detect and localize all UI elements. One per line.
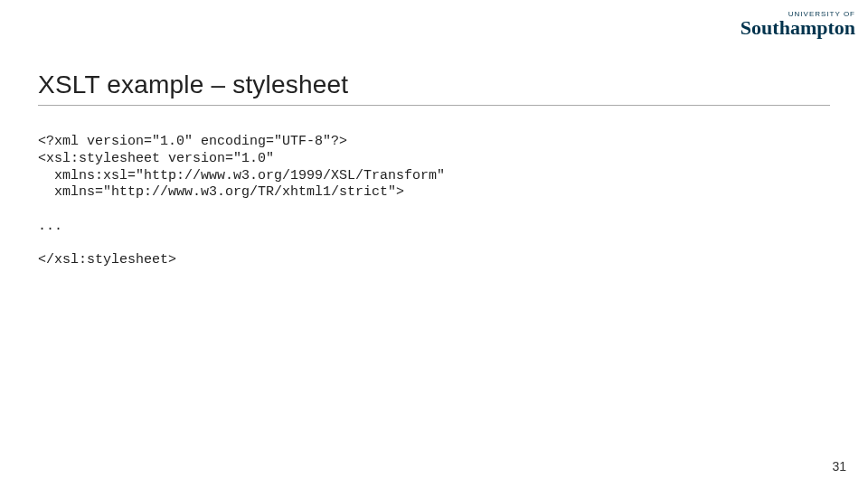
code-line-1: <?xml version="1.0" encoding="UTF-8"?> [38, 134, 347, 149]
slide-title: XSLT example – stylesheet [38, 70, 830, 106]
title-container: XSLT example – stylesheet [38, 70, 830, 106]
code-line-8: </xsl:stylesheet> [38, 252, 176, 267]
code-line-4: xmlns="http://www.w3.org/TR/xhtml1/stric… [38, 184, 404, 200]
logo-title: Southampton [741, 18, 855, 38]
university-logo: UNIVERSITY OF Southampton [741, 11, 855, 38]
code-line-3: xmlns:xsl="http://www.w3.org/1999/XSL/Tr… [38, 168, 445, 183]
page-number: 31 [832, 459, 846, 474]
code-line-6: ... [38, 219, 62, 234]
code-line-2: <xsl:stylesheet version="1.0" [38, 151, 274, 166]
logo-title-text: Southampton [741, 16, 855, 39]
code-block: <?xml version="1.0" encoding="UTF-8"?> <… [38, 134, 830, 269]
